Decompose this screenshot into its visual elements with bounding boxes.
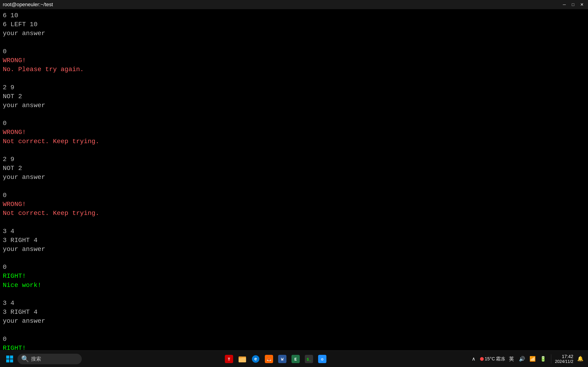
clock-date: 2024/11/2 — [555, 359, 573, 364]
taskbar-left: 🔍 搜索 — [4, 353, 82, 365]
terminal-line — [3, 146, 585, 155]
terminal-line: your answer — [3, 101, 585, 110]
window-title: root@openeuler:~/test — [3, 2, 53, 8]
antivirus-temp: 15°C — [485, 356, 495, 361]
terminal-line — [3, 74, 585, 83]
minimize-button[interactable]: ─ — [561, 2, 568, 7]
taskbar-app5[interactable]: ⚙ — [316, 353, 328, 365]
terminal-line: Not correct. Keep trying. — [3, 209, 585, 218]
terminal-line: 2 9 — [3, 83, 585, 92]
notification-icon[interactable]: 🔔 — [576, 355, 584, 363]
svg-text:e: e — [254, 357, 257, 362]
tray-ime[interactable]: 英 — [507, 355, 516, 363]
taskbar-edge[interactable]: e — [250, 353, 262, 365]
search-icon: 🔍 — [21, 355, 29, 363]
taskbar-app1[interactable]: 🦊 — [263, 353, 275, 365]
terminal-line: your answer — [3, 245, 585, 254]
svg-rect-1 — [10, 356, 13, 359]
svg-text:⚙: ⚙ — [321, 357, 324, 362]
antivirus-name: 霜冻 — [496, 356, 505, 362]
system-tray: ∧ 15°C 霜冻 英 🔊 📶 🔋 — [469, 355, 547, 363]
title-bar: root@openeuler:~/test ─ □ ✕ — [0, 0, 588, 9]
terminal-line: WRONG! — [3, 200, 585, 209]
svg-text:T: T — [228, 357, 230, 362]
terminal-line: 0 — [3, 335, 585, 344]
terminal-line — [3, 38, 585, 47]
search-placeholder: 搜索 — [31, 356, 41, 362]
taskbar-app2[interactable]: W — [276, 353, 288, 365]
terminal-line — [3, 290, 585, 299]
svg-rect-7 — [239, 358, 246, 362]
terminal-line: 6 LEFT 10 — [3, 20, 585, 29]
antivirus-badge: 15°C 霜冻 — [480, 356, 505, 362]
clock-area[interactable]: 17:42 2024/11/2 — [555, 354, 573, 364]
window-controls: ─ □ ✕ — [561, 2, 585, 7]
terminal-line: 0 — [3, 119, 585, 128]
terminal-line: 3 RIGHT 4 — [3, 308, 585, 317]
terminal-line — [3, 110, 585, 119]
taskbar-file-manager[interactable] — [236, 353, 248, 365]
taskbar-app3[interactable]: E — [290, 353, 302, 365]
taskbar-center: T e 🦊 W — [82, 353, 469, 365]
tray-expand[interactable]: ∧ — [469, 355, 478, 363]
terminal-line — [3, 254, 585, 263]
terminal-line: RIGHT! — [3, 272, 585, 281]
tray-battery[interactable]: 🔋 — [539, 355, 547, 363]
terminal-line — [3, 218, 585, 227]
terminal-line: No. Please try again. — [3, 65, 585, 74]
terminal-line — [3, 182, 585, 191]
svg-rect-3 — [10, 359, 13, 362]
maximize-button[interactable]: □ — [570, 2, 577, 7]
terminal-line: 6 10 — [3, 11, 585, 20]
terminal-line: 0 — [3, 47, 585, 56]
search-bar[interactable]: 🔍 搜索 — [17, 354, 82, 364]
terminal-line: your answer — [3, 173, 585, 182]
svg-rect-0 — [6, 356, 9, 359]
tray-separator — [551, 354, 551, 364]
terminal-line: NOT 2 — [3, 164, 585, 173]
terminal-line: WRONG! — [3, 128, 585, 137]
terminal-line: 2 9 — [3, 155, 585, 164]
terminal-line: Not correct. Keep trying. — [3, 137, 585, 146]
terminal-line: NOT 2 — [3, 92, 585, 101]
close-button[interactable]: ✕ — [578, 2, 585, 7]
taskbar-right: ∧ 15°C 霜冻 英 🔊 📶 🔋 17:42 2024/11/2 🔔 — [469, 354, 584, 364]
taskbar: 🔍 搜索 T e 🦊 — [0, 350, 588, 367]
terminal-line: 3 RIGHT 4 — [3, 236, 585, 245]
clock-time: 17:42 — [555, 354, 573, 359]
terminal-line: your answer — [3, 29, 585, 38]
terminal-line: your answer — [3, 317, 585, 325]
terminal-line: 0 — [3, 263, 585, 272]
tray-volume[interactable]: 🔊 — [518, 355, 526, 363]
terminal-line: 3 4 — [3, 227, 585, 236]
start-button[interactable] — [4, 353, 16, 365]
svg-rect-2 — [6, 359, 9, 362]
svg-text:E: E — [294, 357, 297, 362]
terminal-line: 3 4 — [3, 299, 585, 308]
svg-text:$_: $_ — [307, 358, 311, 362]
taskbar-thinkpad[interactable]: T — [223, 353, 235, 365]
svg-text:W: W — [281, 357, 284, 362]
terminal-line — [3, 326, 585, 335]
terminal-line: 0 — [3, 191, 585, 200]
svg-rect-8 — [239, 357, 242, 358]
taskbar-app4[interactable]: $_ — [303, 353, 315, 365]
terminal-line: Nice work! — [3, 281, 585, 290]
lang-indicator: 英 — [509, 356, 514, 362]
terminal-line: RIGHT! — [3, 344, 585, 350]
antivirus-dot — [480, 357, 484, 361]
terminal-line: WRONG! — [3, 56, 585, 65]
terminal-content: 6 106 LEFT 10your answer 0WRONG!No. Plea… — [0, 9, 588, 350]
svg-text:🦊: 🦊 — [267, 357, 272, 362]
tray-wifi[interactable]: 📶 — [528, 355, 537, 363]
